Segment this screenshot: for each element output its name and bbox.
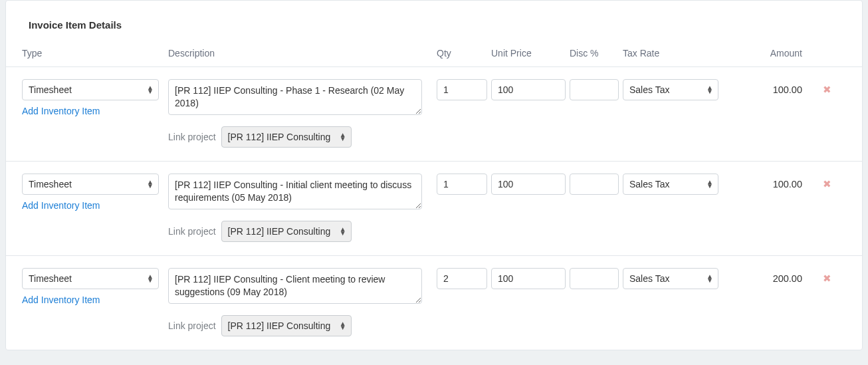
project-select[interactable]: [PR 112] IIEP Consulting 123 bbox=[221, 315, 352, 336]
add-inventory-link[interactable]: Add Inventory Item bbox=[22, 106, 100, 116]
description-input[interactable]: [PR 112] IIEP Consulting - Phase 1 - Res… bbox=[168, 79, 422, 115]
link-project-label: Link project bbox=[168, 320, 216, 331]
section-title: Invoice Item Details bbox=[6, 1, 862, 43]
header-unit-price: Unit Price bbox=[487, 48, 566, 59]
unit-price-input[interactable] bbox=[491, 79, 566, 100]
tax-rate-select[interactable]: Sales Tax bbox=[623, 174, 718, 195]
header-amount: Amount bbox=[718, 48, 805, 59]
amount-value: 100.00 bbox=[718, 174, 802, 189]
amount-value: 100.00 bbox=[718, 79, 802, 95]
header-disc: Disc % bbox=[566, 48, 619, 59]
type-select[interactable]: Timesheet bbox=[22, 268, 159, 289]
description-input[interactable]: [PR 112] IIEP Consulting - Client meetin… bbox=[168, 268, 422, 304]
add-inventory-link[interactable]: Add Inventory Item bbox=[22, 200, 100, 211]
qty-input[interactable] bbox=[437, 79, 487, 100]
close-icon: ✖ bbox=[823, 84, 831, 95]
invoice-items-panel: Invoice Item Details Type Description Qt… bbox=[5, 0, 863, 350]
project-select[interactable]: [PR 112] IIEP Consulting 123 bbox=[221, 126, 352, 148]
header-type: Type bbox=[22, 48, 168, 59]
type-select[interactable]: Timesheet bbox=[22, 174, 159, 195]
type-select[interactable]: Timesheet bbox=[22, 79, 159, 100]
header-qty: Qty bbox=[433, 48, 487, 59]
header-tax-rate: Tax Rate bbox=[619, 48, 718, 59]
qty-input[interactable] bbox=[437, 174, 487, 195]
close-icon: ✖ bbox=[823, 273, 831, 284]
tax-rate-select[interactable]: Sales Tax bbox=[623, 268, 718, 289]
close-icon: ✖ bbox=[823, 178, 831, 189]
description-input[interactable]: [PR 112] IIEP Consulting - Initial clien… bbox=[168, 174, 422, 209]
discount-input[interactable] bbox=[570, 79, 619, 100]
delete-row-button[interactable]: ✖ bbox=[823, 268, 831, 285]
delete-row-button[interactable]: ✖ bbox=[823, 79, 831, 96]
unit-price-input[interactable] bbox=[491, 268, 566, 289]
project-select[interactable]: [PR 112] IIEP Consulting 123 bbox=[221, 221, 352, 242]
table-row: Timesheet ▲▼ Add Inventory Item [PR 112]… bbox=[6, 256, 862, 350]
table-header: Type Description Qty Unit Price Disc % T… bbox=[6, 43, 862, 67]
delete-row-button[interactable]: ✖ bbox=[823, 174, 831, 190]
discount-input[interactable] bbox=[570, 174, 619, 195]
items-table: Type Description Qty Unit Price Disc % T… bbox=[6, 43, 862, 350]
link-project-label: Link project bbox=[168, 226, 216, 237]
discount-input[interactable] bbox=[570, 268, 619, 289]
add-inventory-link[interactable]: Add Inventory Item bbox=[22, 295, 100, 305]
header-description: Description bbox=[168, 48, 433, 59]
tax-rate-select[interactable]: Sales Tax bbox=[623, 79, 718, 100]
amount-value: 200.00 bbox=[718, 268, 802, 284]
table-row: Timesheet ▲▼ Add Inventory Item [PR 112]… bbox=[6, 67, 862, 162]
qty-input[interactable] bbox=[437, 268, 487, 289]
table-row: Timesheet ▲▼ Add Inventory Item [PR 112]… bbox=[6, 162, 862, 256]
link-project-label: Link project bbox=[168, 132, 216, 142]
unit-price-input[interactable] bbox=[491, 174, 566, 195]
